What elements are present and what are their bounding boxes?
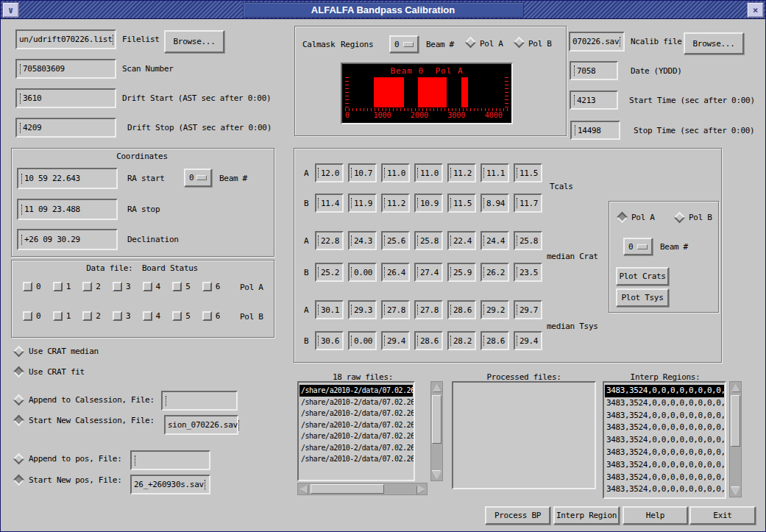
drift-start-field[interactable]: 3610 [15,88,116,108]
start-new-pos-radio[interactable] [13,475,25,486]
list-item[interactable]: /share/a2010-2/data/07.02.26 [299,453,413,465]
checkbox[interactable] [143,311,152,321]
board-checkbox-item[interactable]: 4 [143,311,161,321]
ncalib-browse-button[interactable]: Browse... [684,32,744,54]
list-item[interactable]: 3483,3524,0,0,0,0,0,0,0,0, [605,472,724,484]
scroll-up-icon[interactable] [433,383,441,391]
checkbox[interactable] [172,282,182,291]
checkbox[interactable] [23,311,32,321]
cal-value-field[interactable]: 24.4 [480,231,509,250]
cal-value-field[interactable]: 29.3 [348,300,377,319]
scroll-down-icon[interactable] [731,487,740,495]
board-checkbox-item[interactable]: 0 [23,311,41,321]
board-checkbox-item[interactable]: 1 [53,311,71,321]
cal-value-field[interactable]: 27.8 [414,300,443,319]
list-item[interactable]: /share/a2010-2/data/07.02.26 [299,419,413,431]
board-checkbox-item[interactable]: 6 [202,311,221,321]
board-checkbox-item[interactable]: 0 [23,282,41,291]
list-item[interactable]: /share/a2010-2/data/07.02.26 [299,397,413,408]
checkbox[interactable] [82,311,92,321]
cal-value-field[interactable]: 25.6 [381,231,410,250]
checkbox[interactable] [113,282,122,291]
interp-region-button[interactable]: Interp Region [553,506,620,525]
list-item[interactable]: /share/a2010-2/data/07.02.26 [299,385,413,397]
processed-files-list[interactable] [452,381,596,489]
list-item[interactable]: 3483,3524,0,0,0,0,0,0,0,0, [605,422,724,434]
raw-files-hscrollbar[interactable] [297,483,428,495]
cal-value-field[interactable]: 25.8 [514,231,542,250]
ra-start-field[interactable]: 10 59 22.643 [17,168,118,189]
cal-value-field[interactable]: 11.5 [514,163,542,182]
cal-value-field[interactable]: 28.6 [447,300,476,319]
board-checkbox-item[interactable]: 1 [53,282,71,291]
list-item[interactable]: 3483,3524,0,0,0,0,0,0,0,0, [605,447,724,459]
cal-value-field[interactable]: 30.6 [315,331,344,350]
cal-value-field[interactable]: 24.3 [348,231,377,250]
calmask-pol-b-label[interactable]: Pol B [528,39,552,49]
board-checkbox-item[interactable]: 2 [82,282,101,291]
raw-files-list[interactable]: /share/a2010-2/data/07.02.26/share/a2010… [297,381,415,481]
append-pos-file-field[interactable] [130,450,210,470]
use-crat-fit-radio[interactable] [13,366,25,378]
plot-pol-b-label[interactable]: Pol B [689,213,712,222]
append-calsession-file-field[interactable] [161,391,238,411]
coordinates-beam-dropdown[interactable]: 0 [184,169,212,187]
cal-value-field[interactable]: 27.8 [381,300,410,319]
list-item[interactable]: 3483,3524,0,0,0,0,0,0,0,0, [605,385,724,397]
start-new-calsession-label[interactable]: Start New Calsession, File: [29,416,155,425]
append-calsession-radio[interactable] [13,394,25,406]
board-checkbox-item[interactable]: 4 [143,282,161,291]
scroll-down-icon[interactable] [433,471,441,479]
scroll-left-icon[interactable] [299,485,308,494]
interp-regions-vscrollbar[interactable] [729,381,742,497]
cal-value-field[interactable]: 22.8 [315,231,344,250]
scroll-right-icon[interactable] [417,485,425,494]
cal-value-field[interactable]: 11.1 [480,163,509,182]
use-crat-median-radio[interactable] [13,346,25,358]
filelist-browse-button[interactable]: Browse... [164,30,224,53]
board-checkbox-item[interactable]: 3 [113,311,131,321]
cal-value-field[interactable]: 25.8 [414,231,443,250]
start-new-calsession-file-field[interactable]: sion_070226.sav [164,415,238,435]
declination-field[interactable]: +26 09 30.29 [17,229,118,250]
cal-value-field[interactable]: 26.2 [480,263,509,282]
cal-value-field[interactable]: 0.00 [348,263,377,282]
cal-value-field[interactable]: 28.6 [480,331,509,350]
checkbox[interactable] [202,282,212,291]
cal-value-field[interactable]: 29.4 [381,331,410,350]
list-item[interactable]: /share/a2010-2/data/07.02.26 [299,430,413,442]
list-item[interactable]: /share/a2010-2/data/07.02.26 [299,408,413,419]
cal-value-field[interactable]: 11.0 [414,163,443,182]
append-pos-radio[interactable] [13,453,25,465]
raw-files-vscrollbar[interactable] [430,381,443,481]
cal-value-field[interactable]: 0.00 [348,331,377,350]
cal-value-field[interactable]: 27.4 [414,263,443,282]
checkbox[interactable] [172,311,182,321]
cal-value-field[interactable]: 26.4 [381,263,410,282]
cal-value-field[interactable]: 29.2 [480,300,509,319]
cal-value-field[interactable]: 25.2 [315,263,344,282]
cal-value-field[interactable]: 29.4 [514,331,542,350]
checkbox[interactable] [82,282,92,291]
help-button[interactable]: Help [623,506,688,525]
cal-value-field[interactable]: 22.4 [447,231,476,250]
board-checkbox-item[interactable]: 5 [172,282,191,291]
cal-value-field[interactable]: 10.7 [348,163,377,182]
start-new-calsession-radio[interactable] [13,415,25,427]
list-item[interactable]: 3483,3524,0,0,0,0,0,0,0,0, [605,434,724,447]
plot-beam-dropdown[interactable]: 0 [623,238,653,255]
cal-value-field[interactable]: 23.5 [514,263,542,282]
drift-stop-field[interactable]: 4209 [15,118,116,138]
exit-button[interactable]: Exit [689,506,756,525]
board-checkbox-item[interactable]: 5 [172,311,191,321]
checkbox[interactable] [53,311,63,321]
cal-value-field[interactable]: 11.2 [447,163,476,182]
stop-time-field[interactable]: 14498 [570,121,620,140]
cal-value-field[interactable]: 8.94 [480,194,509,213]
cal-value-field[interactable]: 11.2 [381,194,410,213]
process-bp-button[interactable]: Process BP [485,506,550,525]
scan-number-field[interactable]: 705803609 [15,59,116,79]
start-new-pos-file-field[interactable]: 26_+260930s.sav [130,475,210,494]
board-checkbox-item[interactable]: 3 [113,282,131,291]
start-new-pos-label[interactable]: Start New pos, File: [29,475,121,485]
